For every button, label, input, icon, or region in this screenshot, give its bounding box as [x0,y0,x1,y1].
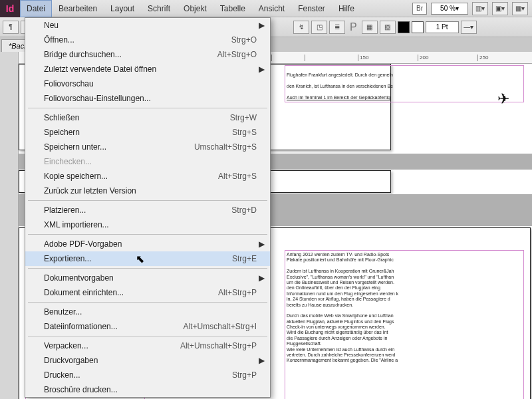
toolbar-right: Br 50 % ▾ ▥▾ ▣▾ ▦▾ [412,2,532,15]
airplane-icon: ✈ [497,90,509,108]
menubar: Id DateiBearbeitenLayoutSchriftObjektTab… [0,0,532,17]
submenu-arrow-icon: ▶ [259,356,265,365]
view-options-icon[interactable]: ▥▾ [472,2,488,15]
arrange-docs-icon[interactable]: ▦▾ [512,2,528,15]
tools-panel[interactable] [0,52,19,399]
menu-item-drucken[interactable]: Drucken...Strg+P [25,368,270,382]
path-tool-icon[interactable]: ↯ [293,21,309,34]
menu-item-dateiinformationen[interactable]: Dateiinformationen...Alt+Umschalt+Strg+I [25,319,270,334]
file-menu-dropdown: Neu▶Öffnen...Strg+OBridge durchsuchen...… [25,17,271,398]
menu-item-speichern-unter[interactable]: Speichern unter...Umschalt+Strg+S [25,140,270,154]
fill-swatch[interactable] [398,21,410,33]
menu-item-adobe-pdf-vorgaben[interactable]: Adobe PDF-Vorgaben▶ [25,237,270,251]
menu-item-zuletzt-verwendete-datei-ffnen[interactable]: Zuletzt verwendete Datei öffnen▶ [25,62,270,76]
submenu-arrow-icon: ▶ [259,239,265,249]
menu-item-verpacken[interactable]: Verpacken...Alt+Umschalt+Strg+P [25,338,270,353]
submenu-arrow-icon: ▶ [259,21,265,30]
menu-objekt[interactable]: Objekt [177,0,213,17]
menu-item-neu[interactable]: Neu▶ [25,18,270,33]
menu-item-brosch-re-drucken[interactable]: Broschüre drucken... [25,382,270,397]
stroke-weight[interactable]: 1 Pt [426,21,459,33]
effects-stroke-icon[interactable]: ▨ [380,21,396,34]
menu-item-einchecken: Einchecken... [25,154,270,169]
menu-item-dokumentvorgaben[interactable]: Dokumentvorgaben▶ [25,271,270,285]
menu-layout[interactable]: Layout [104,0,141,17]
menu-datei[interactable]: Datei [20,0,52,17]
screen-mode-icon[interactable]: ▣▾ [492,2,508,15]
menu-item-foliovorschau[interactable]: Foliovorschau [25,76,270,91]
menu-item-benutzer[interactable]: Benutzer... [25,305,270,319]
text-frame[interactable]: Flughafen Frankfurt angesiedelt. Durch d… [285,65,524,102]
menu-item-exportieren[interactable]: Exportieren...Strg+E⬉ [25,251,270,266]
text-wrap-icon[interactable]: ≣ [329,21,345,34]
menu-item-bridge-durchsuchen[interactable]: Bridge durchsuchen...Alt+Strg+O [25,47,270,62]
zoom-level[interactable]: 50 % ▾ [431,3,468,15]
corners-icon[interactable]: ◳ [311,21,327,34]
app-icon-indesign: Id [0,0,20,17]
workspace-switcher[interactable]: Br [412,3,427,15]
submenu-arrow-icon: ▶ [259,273,265,283]
menu-item-zur-ck-zur-letzten-version[interactable]: Zurück zur letzten Version [25,184,270,198]
menu-item-xml-importieren[interactable]: XML importieren... [25,217,270,232]
cursor-icon: ⬉ [136,253,144,265]
menu-fenster[interactable]: Fenster [291,0,332,17]
placeholder-p-icon: P [347,21,360,33]
menu-tabelle[interactable]: Tabelle [213,0,252,17]
menu-item-dokument-einrichten[interactable]: Dokument einrichten...Alt+Strg+P [25,285,270,300]
menu-item-ffnen[interactable]: Öffnen...Strg+O [25,33,270,47]
effects-fill-icon[interactable]: ▦ [362,21,378,34]
stroke-swatch[interactable] [412,21,424,33]
menu-item-foliovorschau-einstellungen[interactable]: Foliovorschau-Einstellungen... [25,91,270,106]
paragraph-format-icon[interactable]: ¶ [3,21,19,34]
stroke-style-icon[interactable]: ―▾ [461,21,477,34]
menu-item-speichern[interactable]: SpeichernStrg+S [25,125,270,140]
text-frame[interactable]: Anfang 2012 werden zudem TV- und Radio-S… [285,250,524,399]
menu-bearbeiten[interactable]: Bearbeiten [52,0,104,17]
submenu-arrow-icon: ▶ [259,65,265,74]
menu-hilfe[interactable]: Hilfe [332,0,361,17]
menu-item-druckvorgaben[interactable]: Druckvorgaben▶ [25,353,270,368]
menu-item-schlie-en[interactable]: SchließenStrg+W [25,110,270,125]
menu-item-platzieren[interactable]: Platzieren...Strg+D [25,203,270,217]
menu-item-kopie-speichern[interactable]: Kopie speichern...Alt+Strg+S [25,169,270,184]
menu-ansicht[interactable]: Ansicht [252,0,291,17]
menu-schrift[interactable]: Schrift [141,0,177,17]
